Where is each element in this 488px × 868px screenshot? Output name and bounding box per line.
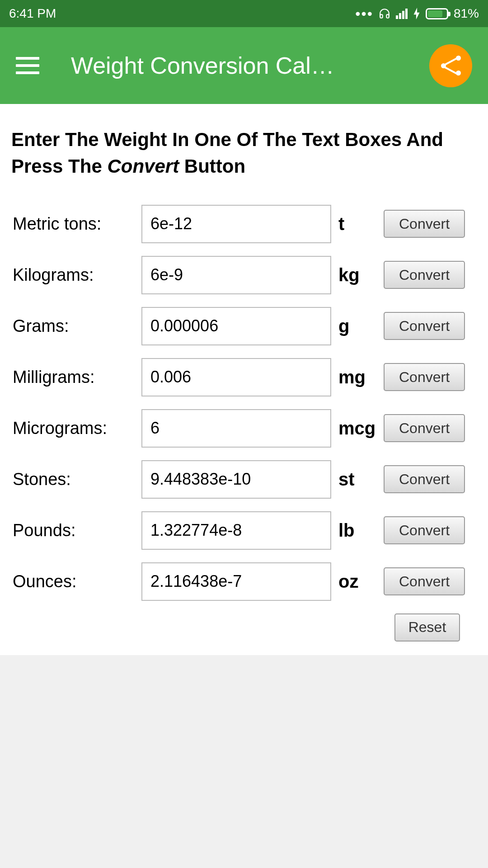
- label-milligrams: Milligrams:: [9, 368, 138, 387]
- unit-metric-tons: t: [335, 214, 380, 234]
- unit-ounces: oz: [335, 571, 380, 592]
- convert-button-micrograms[interactable]: Convert: [384, 414, 465, 442]
- row-stones: Stones: st Convert: [9, 460, 479, 499]
- row-milligrams: Milligrams: mg Convert: [9, 358, 479, 396]
- label-pounds: Pounds:: [9, 521, 138, 540]
- instructions-text: Enter The Weight In One Of The Text Boxe…: [9, 127, 479, 180]
- signal-icon: [396, 9, 408, 19]
- input-pounds[interactable]: [141, 511, 331, 550]
- reset-row: Reset: [9, 613, 479, 642]
- row-ounces: Ounces: oz Convert: [9, 562, 479, 601]
- unit-micrograms: mcg: [335, 418, 380, 439]
- label-metric-tons: Metric tons:: [9, 214, 138, 234]
- headphones-icon: [379, 8, 390, 19]
- share-icon: [441, 56, 461, 75]
- row-metric-tons: Metric tons: t Convert: [9, 205, 479, 243]
- row-pounds: Pounds: lb Convert: [9, 511, 479, 550]
- main-content: Enter The Weight In One Of The Text Boxe…: [0, 104, 488, 655]
- input-kilograms[interactable]: [141, 256, 331, 294]
- label-grams: Grams:: [9, 316, 138, 336]
- unit-pounds: lb: [335, 520, 380, 541]
- page-title: Weight Conversion Cal…: [71, 52, 472, 79]
- more-dots-icon: •••: [355, 5, 373, 22]
- label-kilograms: Kilograms:: [9, 265, 138, 285]
- input-milligrams[interactable]: [141, 358, 331, 396]
- status-bar: 6:41 PM ••• 81%: [0, 0, 488, 27]
- convert-button-stones[interactable]: Convert: [384, 465, 465, 493]
- input-micrograms[interactable]: [141, 409, 331, 448]
- status-time: 6:41 PM: [9, 6, 56, 21]
- menu-icon[interactable]: [16, 57, 39, 74]
- convert-button-grams[interactable]: Convert: [384, 312, 465, 340]
- row-grams: Grams: g Convert: [9, 307, 479, 345]
- input-ounces[interactable]: [141, 562, 331, 601]
- unit-kilograms: kg: [335, 265, 380, 285]
- input-stones[interactable]: [141, 460, 331, 499]
- label-ounces: Ounces:: [9, 572, 138, 591]
- convert-button-pounds[interactable]: Convert: [384, 516, 465, 544]
- app-bar: Weight Conversion Cal…: [0, 27, 488, 104]
- input-grams[interactable]: [141, 307, 331, 345]
- unit-grams: g: [335, 316, 380, 336]
- convert-button-milligrams[interactable]: Convert: [384, 363, 465, 391]
- label-stones: Stones:: [9, 470, 138, 489]
- status-right: ••• 81%: [355, 5, 479, 22]
- battery-icon: [426, 8, 448, 19]
- charging-icon: [413, 8, 420, 19]
- reset-button[interactable]: Reset: [394, 613, 460, 642]
- convert-button-kilograms[interactable]: Convert: [384, 261, 465, 289]
- row-micrograms: Micrograms: mcg Convert: [9, 409, 479, 448]
- input-metric-tons[interactable]: [141, 205, 331, 243]
- label-micrograms: Micrograms:: [9, 419, 138, 438]
- share-button[interactable]: [429, 44, 472, 87]
- convert-button-metric-tons[interactable]: Convert: [384, 210, 465, 238]
- convert-button-ounces[interactable]: Convert: [384, 567, 465, 595]
- unit-stones: st: [335, 469, 380, 490]
- unit-milligrams: mg: [335, 367, 380, 387]
- row-kilograms: Kilograms: kg Convert: [9, 256, 479, 294]
- battery-percent: 81%: [454, 6, 479, 21]
